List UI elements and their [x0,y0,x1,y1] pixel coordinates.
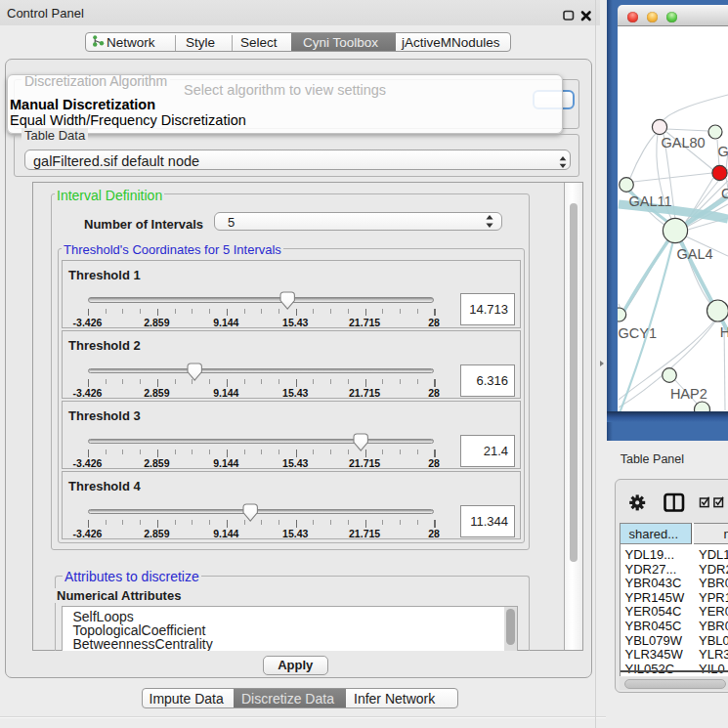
svg-text:HAP2: HAP2 [670,386,707,402]
svg-text:GAL80: GAL80 [662,135,706,150]
svg-text:GAL4: GAL4 [677,246,713,262]
svg-text:GA: GA [718,144,728,159]
svg-text:GCY1: GCY1 [619,325,658,341]
svg-text:C: C [721,186,728,201]
svg-text:GAL11: GAL11 [629,193,672,209]
svg-text:HA: HA [720,324,728,340]
